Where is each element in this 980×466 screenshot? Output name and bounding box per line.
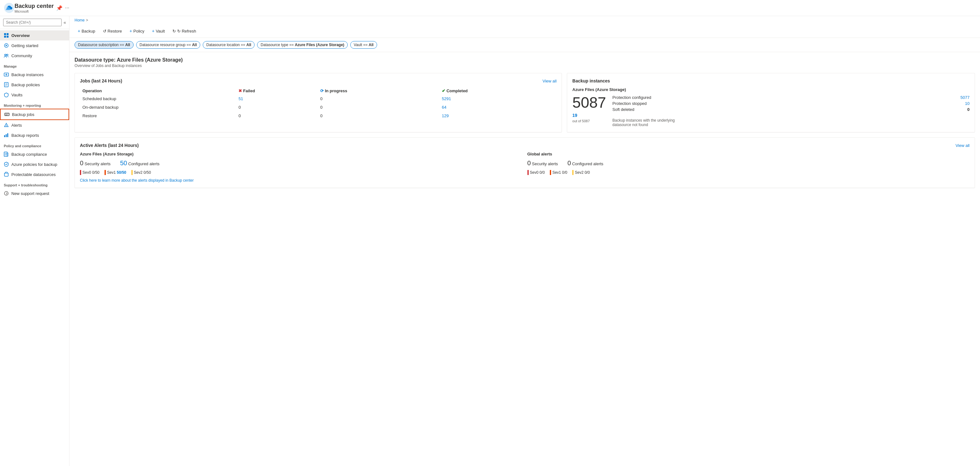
pin-icon[interactable]: 📌 [56,5,62,11]
restore-label: Restore [108,29,122,34]
filter-chip-location[interactable]: Datasource location == All [203,41,255,49]
failed-cell: 0 [236,112,318,120]
jobs-view-all-link[interactable]: View all [542,79,557,83]
filter-bar: Datasource subscription == All Datasourc… [70,38,980,52]
policies-icon [4,82,9,87]
filter-chip-vault[interactable]: Vault == All [350,41,377,49]
page-subtitle: Overview of Jobs and Backup instances [75,64,975,68]
sidebar-item-backup-reports[interactable]: Backup reports [0,130,69,140]
more-options-icon[interactable]: ··· [65,5,69,11]
completed-icon: ✔ [442,88,445,93]
global-sev-row: Sev0 0/0 Sev1 0/0 Sev2 0/0 [527,170,970,175]
sev2-label: Sev2 0/0 [575,170,590,175]
filter-chip-datasource-type[interactable]: Datasource type == Azure Files (Azure St… [257,41,348,49]
sidebar-item-backup-jobs[interactable]: Backup jobs [0,109,69,120]
restore-icon: ↺ [103,29,107,34]
sidebar-item-label: Backup reports [11,133,39,138]
backup-label: Backup [81,29,95,34]
vaults-icon [4,92,9,97]
protection-stopped-label: Protection stopped [612,101,646,106]
policy-button[interactable]: + Policy [126,27,148,35]
sidebar-item-backup-policies[interactable]: Backup policies [0,80,69,90]
filter-chip-resource-group[interactable]: Datasource resource group == All [136,41,200,49]
filter-chip-subscription[interactable]: Datasource subscription == All [75,41,134,49]
failed-cell[interactable]: 51 [236,94,318,103]
azure-sev-row: Sev0 0/50 Sev1 50/50 Sev2 0/50 [80,170,522,175]
svg-rect-2 [6,33,8,35]
restore-button[interactable]: ↺ Restore [100,27,126,35]
sidebar-item-backup-instances[interactable]: Backup instances [0,70,69,80]
table-row: Scheduled backup 51 0 5291 [80,94,557,103]
page-title: Datasource type: Azure Files (Azure Stor… [75,57,975,63]
cards-row: Jobs (last 24 Hours) View all Operation … [75,73,975,132]
app-logo [4,3,14,13]
sidebar-item-vaults[interactable]: Vaults [0,90,69,100]
instances-icon [4,72,9,77]
page-content: Datasource type: Azure Files (Azure Stor… [70,52,980,193]
sidebar-item-backup-compliance[interactable]: Backup compliance [0,149,69,159]
col-completed: ✔ Completed [439,87,557,94]
sidebar-item-community[interactable]: Community [0,51,69,61]
svg-rect-13 [6,134,6,137]
bi-not-found-section: 19 out of 5087 [572,113,606,123]
sev0-label: Sev0 0/50 [83,170,100,175]
collapse-icon[interactable]: « [64,20,66,25]
svg-point-11 [6,126,6,127]
operation-cell: On-demand backup [80,103,236,112]
completed-cell[interactable]: 129 [439,112,557,120]
sidebar-item-label: Alerts [11,123,22,128]
sidebar-item-getting-started[interactable]: Getting started [0,40,69,51]
sidebar-item-label: Vaults [11,93,22,97]
alerts-grid: Azure Files (Azure Storage) 0 Security a… [80,152,970,175]
jobs-icon [5,112,10,117]
breadcrumb-home[interactable]: Home [75,18,84,22]
sidebar-item-alerts[interactable]: Alerts [0,120,69,130]
col-operation: Operation [80,87,236,94]
inprogress-icon: ⟳ [320,88,324,93]
protection-configured-row: Protection configured 5077 [612,95,970,100]
soft-deleted-value: 0 [967,107,970,112]
sev1-label: Sev1 50/50 [107,170,126,175]
toolbar: + Backup ↺ Restore + Policy + Vault ↻ [70,24,980,38]
global-alerts-section: Global alerts 0 Security alerts 0 Config… [527,152,970,175]
failed-icon: ✖ [239,88,242,93]
sidebar: « Overview Getting started Community Man… [0,16,70,466]
refresh-icon: ↻ [172,29,176,34]
sidebar-item-protectable[interactable]: Protectable datasources [0,169,69,179]
sev0-label: Sev0 0/0 [530,170,545,175]
protection-stopped-value[interactable]: 10 [965,101,970,106]
protection-stopped-row: Protection stopped 10 [612,101,970,106]
operation-cell: Scheduled backup [80,94,236,103]
alerts-card: Active Alerts (last 24 Hours) View all A… [75,137,975,188]
svg-point-7 [6,54,8,56]
title-bar-text: Backup center Microsoft [14,3,54,13]
support-section-label: Support + troubleshooting [0,179,69,188]
alerts-view-all-link[interactable]: View all [955,143,970,148]
svg-point-6 [5,54,6,56]
alerts-header: Active Alerts (last 24 Hours) View all [80,143,970,148]
completed-cell[interactable]: 5291 [439,94,557,103]
azure-sev0: Sev0 0/50 [80,170,100,175]
alerts-card-title: Active Alerts (last 24 Hours) [80,143,138,148]
sidebar-item-new-support[interactable]: New support request [0,188,69,198]
protection-configured-label: Protection configured [612,95,651,100]
sev0-bar [80,170,81,175]
support-icon [4,191,9,196]
refresh-button[interactable]: ↻ ↻ Refresh [169,27,199,35]
backup-button[interactable]: + Backup [75,27,99,35]
sidebar-item-overview[interactable]: Overview [0,30,69,40]
search-box: « [0,16,69,29]
alerts-learn-more-link[interactable]: Click here to learn more about the alert… [80,178,970,183]
search-input[interactable] [3,19,62,26]
vault-button[interactable]: + Vault [149,27,168,35]
bi-stats: Protection configured 5077 Protection st… [612,95,970,127]
completed-cell[interactable]: 64 [439,103,557,112]
protection-configured-value[interactable]: 5077 [961,95,970,100]
soft-deleted-row: Soft deleted 0 [612,107,970,112]
vault-label: Vault [156,29,165,34]
policy-label: Policy [133,29,144,34]
global-section-title: Global alerts [527,152,970,156]
sidebar-item-azure-policies[interactable]: Azure policies for backup [0,159,69,169]
svg-rect-3 [4,36,6,38]
failed-cell: 0 [236,103,318,112]
